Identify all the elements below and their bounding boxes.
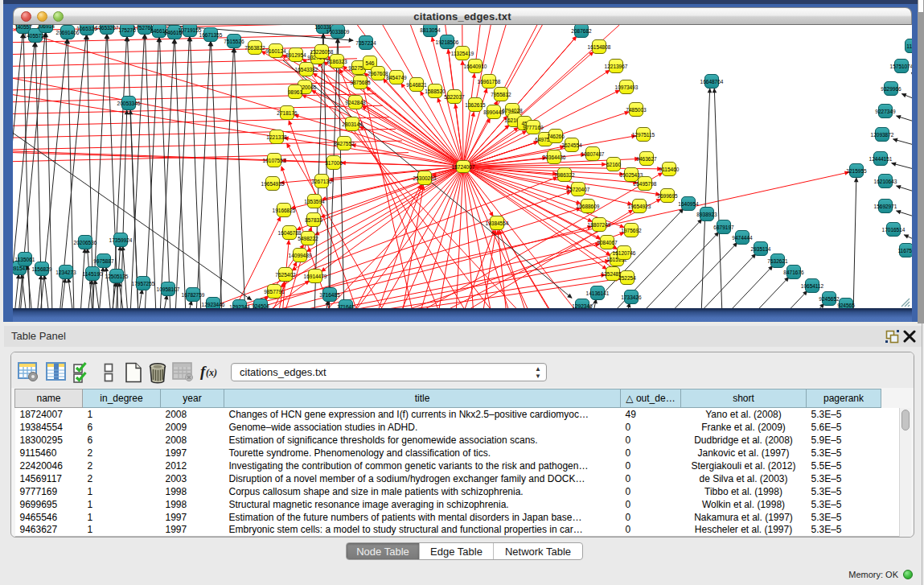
- svg-text:8471676: 8471676: [783, 270, 804, 275]
- svg-text:1145190: 1145190: [83, 271, 103, 277]
- svg-text:3215955: 3215955: [846, 168, 867, 174]
- svg-text:19654935: 19654935: [261, 181, 285, 187]
- svg-text:9242848: 9242848: [345, 100, 366, 105]
- svg-text:16782759: 16782759: [182, 292, 205, 298]
- svg-text:16671355: 16671355: [199, 32, 223, 38]
- svg-text:19166825: 19166825: [273, 208, 296, 213]
- svg-text:1135061: 1135061: [15, 257, 35, 262]
- svg-text:206914: 206914: [37, 25, 55, 29]
- svg-text:1221338: 1221338: [266, 134, 287, 140]
- svg-text:1065326: 1065326: [76, 26, 97, 31]
- svg-text:8990448: 8990448: [483, 109, 504, 115]
- svg-text:16543382: 16543382: [295, 67, 318, 72]
- svg-text:9115460: 9115460: [659, 167, 680, 172]
- svg-text:14136141: 14136141: [586, 290, 610, 296]
- svg-text:7515526: 7515526: [224, 39, 244, 44]
- svg-text:20206536: 20206536: [74, 240, 97, 245]
- svg-text:9227349: 9227349: [875, 109, 896, 114]
- svg-text:8813054: 8813054: [420, 27, 441, 33]
- svg-text:7955812: 7955812: [491, 92, 511, 97]
- svg-text:3267130: 3267130: [311, 179, 332, 184]
- svg-text:16648764: 16648764: [700, 79, 724, 84]
- svg-text:3624554: 3624554: [561, 142, 582, 148]
- svg-text:17359924: 17359924: [109, 237, 133, 243]
- svg-text:8186323: 8186323: [326, 59, 347, 64]
- svg-text:746266: 746266: [547, 134, 565, 139]
- svg-text:9084067: 9084067: [597, 240, 618, 245]
- svg-text:1112: 1112: [906, 43, 912, 49]
- svg-text:1353594: 1353594: [304, 199, 325, 204]
- svg-text:857833: 857833: [305, 217, 322, 223]
- svg-text:20364436: 20364436: [543, 154, 566, 160]
- svg-text:15751074: 15751074: [890, 64, 912, 69]
- svg-text:16033809: 16033809: [326, 29, 350, 35]
- svg-text:15692971: 15692971: [874, 204, 897, 209]
- svg-text:19384554: 19384554: [486, 220, 509, 226]
- svg-text:10719155: 10719155: [179, 27, 202, 33]
- svg-text:12444151: 12444151: [869, 156, 893, 162]
- svg-text:2803144: 2803144: [342, 122, 363, 127]
- svg-text:7986322: 7986322: [554, 172, 575, 178]
- svg-text:9474444: 9474444: [732, 235, 753, 241]
- svg-text:12505135: 12505135: [105, 274, 129, 279]
- svg-text:14099489: 14099489: [289, 253, 312, 258]
- svg-text:924565: 924565: [837, 303, 855, 308]
- svg-text:8938923: 8938923: [696, 212, 717, 217]
- svg-text:14055724: 14055724: [24, 33, 47, 39]
- svg-text:2967608: 2967608: [368, 71, 388, 76]
- svg-text:16914479: 16914479: [304, 274, 327, 279]
- svg-text:17016514: 17016514: [882, 227, 906, 233]
- svg-text:12213967: 12213967: [605, 64, 628, 69]
- svg-text:2935114: 2935114: [751, 246, 771, 252]
- svg-text:9245652: 9245652: [819, 296, 840, 302]
- svg-text:10107553: 10107553: [263, 158, 286, 163]
- svg-text:8427552: 8427552: [334, 141, 355, 146]
- svg-text:10653267: 10653267: [96, 25, 119, 31]
- svg-text:9699695: 9699695: [657, 193, 678, 199]
- svg-text:2718176: 2718176: [277, 110, 298, 116]
- svg-text:1234273: 1234273: [55, 270, 76, 275]
- svg-text:9160124: 9160124: [265, 48, 286, 54]
- svg-text:18807249: 18807249: [588, 222, 611, 228]
- svg-text:7632621: 7632621: [767, 258, 788, 264]
- svg-text:12923446: 12923446: [202, 302, 225, 307]
- svg-text:19218506: 19218506: [436, 39, 459, 45]
- svg-text:8454749: 8454749: [386, 75, 407, 80]
- svg-text:9463627: 9463627: [636, 156, 657, 162]
- svg-text:317006: 317006: [325, 160, 343, 166]
- svg-text:(x): (x): [206, 367, 217, 378]
- svg-text:7485003: 7485003: [626, 107, 647, 113]
- svg-text:11325419: 11325419: [451, 51, 474, 56]
- svg-text:16120746: 16120746: [613, 250, 636, 256]
- svg-text:10973493: 10973493: [615, 84, 639, 90]
- svg-text:1975692: 1975692: [621, 228, 642, 233]
- svg-text:1588520: 1588520: [425, 89, 446, 94]
- svg-text:16961758: 16961758: [478, 79, 501, 84]
- svg-text:5498222: 5498222: [298, 236, 318, 241]
- svg-text:26495798: 26495798: [634, 181, 657, 187]
- svg-text:9975887: 9975887: [93, 258, 114, 264]
- svg-text:9857791: 9857791: [264, 289, 285, 295]
- svg-text:3716485: 3716485: [319, 292, 340, 298]
- svg-text:13226058: 13226058: [310, 49, 334, 55]
- svg-text:20053346: 20053346: [117, 101, 141, 106]
- svg-text:9146821: 9146821: [406, 82, 427, 88]
- svg-text:16210643: 16210643: [874, 179, 897, 184]
- svg-text:546: 546: [366, 60, 375, 66]
- svg-text:10807487: 10807487: [581, 151, 605, 157]
- svg-text:10025433: 10025433: [620, 172, 643, 178]
- svg-text:7357224: 7357224: [355, 40, 376, 46]
- svg-text:5322037: 5322037: [444, 94, 465, 100]
- svg-text:1362615: 1362615: [465, 102, 486, 108]
- svg-text:8912954: 8912954: [285, 52, 306, 58]
- svg-text:7663822: 7663822: [244, 45, 265, 51]
- svg-text:252254: 252254: [618, 275, 636, 281]
- svg-text:12093872: 12093872: [871, 132, 894, 138]
- svg-text:17957255: 17957255: [132, 281, 155, 286]
- svg-text:10958107: 10958107: [157, 286, 180, 292]
- svg-text:19654923: 19654923: [628, 204, 651, 209]
- svg-text:9329966: 9329966: [881, 86, 901, 92]
- svg-text:6794028: 6794028: [502, 108, 523, 113]
- svg-text:9777169: 9777169: [523, 125, 544, 130]
- svg-text:16154808: 16154808: [588, 44, 611, 50]
